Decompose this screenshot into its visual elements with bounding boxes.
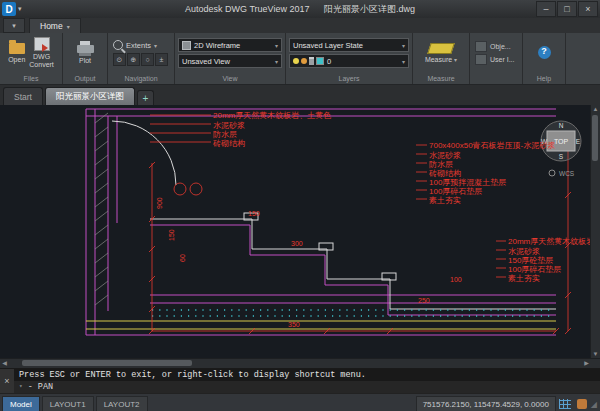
canvas-annotation: 150厚砼垫层 <box>508 257 553 265</box>
zoom-scale-button[interactable]: ± <box>155 53 168 66</box>
canvas-annotation: 砖砌结构 <box>429 170 461 178</box>
panel-label-files: Files <box>0 73 62 84</box>
panel-label-measure: Measure <box>413 73 469 84</box>
plot-button[interactable]: Plot <box>77 41 94 65</box>
canvas-annotation: 300 <box>291 240 303 247</box>
chevron-down-icon: ▾ <box>398 58 405 65</box>
panel-label-output: Output <box>63 73 107 84</box>
drawing-canvas[interactable]: TOP N E S W WCS 20mm厚天然黄木纹板岩、土黄色水泥砂浆防水层砖… <box>0 105 600 368</box>
scroll-left-icon[interactable]: ◀ <box>0 359 9 368</box>
layer-color-swatch <box>316 57 324 65</box>
scroll-up-icon[interactable]: ▲ <box>591 105 600 114</box>
command-prompt-icon[interactable]: ▾ <box>19 381 23 393</box>
panel-label-blank <box>470 73 522 84</box>
named-view-dropdown[interactable]: Unsaved View ▾ <box>178 54 282 68</box>
panel-files: Open DWG Convert Files <box>0 33 63 84</box>
extents-label: Extents <box>126 41 151 50</box>
objects-button[interactable]: Obje... <box>475 41 511 52</box>
chevron-down-icon: ▾ <box>67 23 70 30</box>
doc-tab-active[interactable]: 阳光丽景小区详图 <box>45 87 135 105</box>
canvas-annotation: 水泥砂浆 <box>429 152 461 160</box>
magnifier-icon <box>113 40 123 50</box>
panel-measure: Measure ▾ Measure <box>413 33 470 84</box>
canvas-annotation: 20mm厚天然黄木纹板岩 <box>508 238 594 246</box>
layer-thaw-icon <box>301 58 307 64</box>
app-menu-dropdown-icon[interactable]: ▾ <box>18 5 22 13</box>
layout1-tab[interactable]: LAYOUT1 <box>42 396 94 411</box>
status-bar: Model LAYOUT1 LAYOUT2 751576.2150, 11547… <box>0 393 600 411</box>
panel-navigation: Extents ▾ ⊙ ⊕ ○ ± Navigation <box>108 33 175 84</box>
zoom-tool-button[interactable]: ⊕ <box>127 53 140 66</box>
layer-state-value: Unsaved Layer State <box>293 41 363 50</box>
canvas-annotation: 350 <box>288 321 300 328</box>
open-label: Open <box>8 56 25 64</box>
user-interface-button[interactable]: User I... <box>475 54 515 65</box>
canvas-annotation: 150 <box>168 229 175 241</box>
measure-button[interactable]: Measure ▾ <box>425 43 457 63</box>
title-bar: D ▾ Autodesk DWG TrueView 2017 阳光丽景小区详图.… <box>0 0 600 18</box>
window-controls: – □ × <box>535 1 598 17</box>
dwg-convert-button[interactable]: DWG Convert <box>29 37 54 68</box>
chevron-down-icon: ▾ <box>454 57 457 63</box>
panel-label-navigation: Navigation <box>108 73 174 84</box>
canvas-annotation: 防水层 <box>429 161 453 169</box>
navigation-tools: ⊙ ⊕ ○ ± <box>113 53 169 66</box>
chevron-down-icon: ▾ <box>271 42 278 49</box>
layer-state-dropdown[interactable]: Unsaved Layer State ▾ <box>289 38 409 52</box>
orbit-tool-button[interactable]: ○ <box>141 53 154 66</box>
horizontal-scroll-thumb[interactable] <box>22 360 192 366</box>
document-title: 阳光丽景小区详图.dwg <box>324 4 415 14</box>
ribbon: Open DWG Convert Files Plot Output <box>0 33 600 85</box>
resize-grip-icon[interactable]: ◢ <box>591 400 597 409</box>
open-button[interactable]: Open <box>8 43 25 64</box>
chevron-down-icon: ▾ <box>398 42 405 49</box>
cube-icon <box>182 41 191 50</box>
tab-home[interactable]: Home ▾ <box>29 18 81 33</box>
new-tab-button[interactable]: + <box>137 90 154 105</box>
model-tab[interactable]: Model <box>2 396 40 411</box>
layer-on-icon <box>293 58 299 64</box>
maximize-button[interactable]: □ <box>557 1 577 17</box>
command-prompt-line[interactable]: ▾ - PAN <box>14 381 600 393</box>
canvas-annotation: 水泥砂浆 <box>213 122 245 130</box>
canvas-annotation: 水泥砂浆 <box>508 248 540 256</box>
app-menu-button[interactable]: ▾ <box>3 18 25 33</box>
panel-label-layers: Layers <box>286 73 412 84</box>
canvas-annotation: 150 <box>248 210 260 217</box>
vertical-scroll-thumb[interactable] <box>592 115 598 161</box>
panel-label-view: View <box>175 73 285 84</box>
pan-tool-button[interactable]: ⊙ <box>113 53 126 66</box>
grid-icon[interactable] <box>559 399 571 409</box>
canvas-annotation: 900 <box>156 197 163 209</box>
doc-tab-start[interactable]: Start <box>3 87 43 105</box>
zoom-extents-button[interactable]: Extents ▾ <box>113 40 169 50</box>
horizontal-scrollbar[interactable]: ◀ ▶ <box>0 358 600 368</box>
coordinate-readout: 751576.2150, 115475.4529, 0.0000 <box>416 396 556 411</box>
canvas-annotation: 60 <box>179 254 186 262</box>
command-close-button[interactable]: × <box>0 369 14 393</box>
app-logo-icon[interactable]: D <box>2 2 16 16</box>
folder-icon <box>9 43 25 54</box>
canvas-annotation: 素土夯实 <box>508 275 540 283</box>
chevron-down-icon: ▾ <box>271 58 278 65</box>
command-history-line: Press ESC or ENTER to exit, or right-cli… <box>14 369 600 381</box>
help-icon: ? <box>538 46 551 59</box>
objects-icon <box>475 41 487 52</box>
scroll-right-icon[interactable]: ▶ <box>582 359 591 368</box>
app-title: Autodesk DWG TrueView 2017 <box>185 4 309 14</box>
close-button[interactable]: × <box>578 1 598 17</box>
annotation-monitor-icon[interactable] <box>577 399 587 409</box>
measure-label: Measure <box>425 56 452 63</box>
minimize-button[interactable]: – <box>536 1 556 17</box>
window-title: Autodesk DWG TrueView 2017 阳光丽景小区详图.dwg <box>0 3 600 16</box>
canvas-annotation: 20mm厚天然黄木纹板岩、土黄色 <box>213 112 331 120</box>
vertical-scrollbar[interactable]: ▲ ▼ <box>590 105 600 359</box>
ruler-icon <box>427 43 455 54</box>
help-button[interactable]: ? <box>538 46 551 61</box>
printer-icon <box>77 45 94 53</box>
layout2-tab[interactable]: LAYOUT2 <box>96 396 148 411</box>
layer-dropdown[interactable]: 0 ▾ <box>289 54 409 68</box>
visual-style-dropdown[interactable]: 2D Wireframe ▾ <box>178 38 282 52</box>
command-prompt-text: - PAN <box>28 381 54 393</box>
panel-view: 2D Wireframe ▾ Unsaved View ▾ View <box>175 33 286 84</box>
